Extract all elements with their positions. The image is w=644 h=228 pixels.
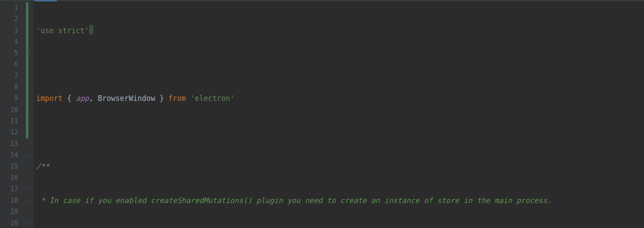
- fold-cell: [28, 25, 34, 36]
- line-number[interactable]: 17: [0, 184, 18, 195]
- fold-open-icon[interactable]: ⌄: [28, 198, 32, 203]
- line-number[interactable]: 5: [0, 47, 18, 59]
- keyword-import: import: [36, 94, 62, 103]
- line-number[interactable]: 16: [0, 172, 18, 183]
- identifier-app: app: [76, 94, 89, 103]
- code-area[interactable]: 'use strict' import { app, BrowserWindow…: [34, 1, 644, 228]
- line-number[interactable]: 11: [0, 116, 18, 127]
- code-line[interactable]: /**: [36, 161, 644, 172]
- fold-close-icon[interactable]: ⌃: [28, 187, 32, 191]
- code-line[interactable]: 'use strict': [36, 25, 644, 36]
- code-line[interactable]: * In case if you enabled createSharedMut…: [36, 195, 644, 206]
- fold-cell: ⌃: [28, 184, 34, 195]
- fold-close-icon[interactable]: ⌃: [28, 119, 32, 123]
- string-literal: 'electron': [190, 94, 234, 103]
- fold-close-icon[interactable]: ⌃: [28, 221, 32, 225]
- line-number[interactable]: 1: [0, 2, 18, 13]
- fold-cell: [28, 36, 34, 47]
- fold-cell: [28, 70, 34, 81]
- fold-cell: [28, 59, 34, 70]
- fold-cell: ⌄: [28, 150, 34, 161]
- brace: {: [62, 94, 76, 103]
- fold-gutter[interactable]: ⌄⌃⌄⌃⌄⌃: [28, 1, 34, 228]
- brace: }: [155, 94, 168, 103]
- line-number[interactable]: 4: [0, 36, 18, 47]
- fold-cell: [28, 172, 34, 183]
- line-number[interactable]: 18: [0, 195, 18, 206]
- line-number[interactable]: 10: [0, 104, 18, 116]
- fold-cell: [28, 81, 34, 93]
- fold-open-icon[interactable]: ⌄: [28, 51, 32, 55]
- keyword-from: from: [168, 94, 186, 103]
- line-number[interactable]: 9: [0, 93, 18, 104]
- line-number[interactable]: 7: [0, 70, 18, 81]
- fold-cell: ⌄: [28, 195, 34, 206]
- comma: ,: [89, 94, 98, 103]
- line-number[interactable]: 14: [0, 150, 18, 161]
- fold-cell: [28, 138, 34, 150]
- line-number-gutter[interactable]: 1234567891011121314151617181920: [0, 1, 26, 228]
- fold-cell: [28, 2, 34, 13]
- doc-comment: * In case if you enabled createSharedMut…: [36, 196, 551, 205]
- fold-cell: ⌄: [28, 47, 34, 59]
- line-number[interactable]: 13: [0, 138, 18, 150]
- space: [186, 94, 190, 103]
- code-editor[interactable]: 1234567891011121314151617181920 ⌄⌃⌄⌃⌄⌃ '…: [0, 1, 644, 228]
- code-line[interactable]: [36, 127, 644, 138]
- line-number[interactable]: 8: [0, 81, 18, 93]
- fold-cell: ⌃: [28, 218, 34, 228]
- line-number[interactable]: 6: [0, 59, 18, 70]
- fold-cell: [28, 104, 34, 116]
- code-line[interactable]: import { app, BrowserWindow } from 'elec…: [36, 93, 644, 104]
- fold-cell: [28, 13, 34, 25]
- line-number[interactable]: 2: [0, 13, 18, 25]
- identifier-browserwindow: BrowserWindow: [98, 94, 155, 103]
- trailing-highlight: [89, 25, 93, 34]
- code-line[interactable]: [36, 59, 644, 70]
- fold-cell: ⌃: [28, 116, 34, 127]
- fold-cell: [28, 161, 34, 172]
- fold-cell: [28, 127, 34, 138]
- fold-open-icon[interactable]: ⌄: [28, 153, 32, 157]
- line-number[interactable]: 15: [0, 161, 18, 172]
- line-number[interactable]: 12: [0, 127, 18, 138]
- fold-cell: [28, 206, 34, 217]
- fold-cell: [28, 93, 34, 104]
- line-number[interactable]: 3: [0, 25, 18, 36]
- string-literal: 'use strict': [36, 26, 89, 35]
- doc-comment-open: /**: [36, 162, 50, 171]
- line-number[interactable]: 19: [0, 206, 18, 217]
- line-number[interactable]: 20: [0, 218, 18, 228]
